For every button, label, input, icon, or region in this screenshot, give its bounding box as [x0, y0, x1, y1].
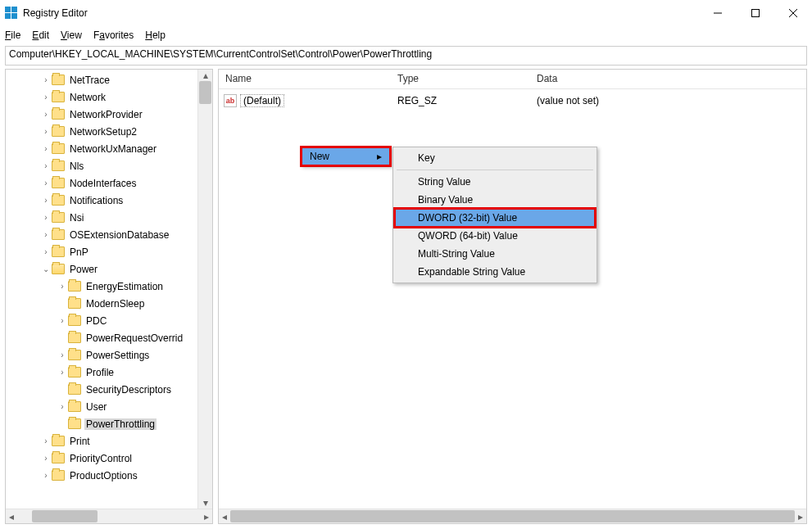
chevron-right-icon[interactable]: › [40, 127, 52, 136]
context-item[interactable]: Key [393, 149, 597, 167]
chevron-right-icon[interactable]: › [57, 282, 68, 291]
chevron-right-icon[interactable]: › [57, 368, 68, 377]
chevron-right-icon[interactable]: › [57, 402, 68, 411]
list-row[interactable]: ab (Default) REG_SZ (value not set) [219, 93, 806, 109]
tree-node[interactable]: ›ProductOptions [6, 467, 197, 484]
tree-node[interactable]: ›OSExtensionDatabase [6, 226, 197, 243]
scroll-up-icon[interactable]: ▴ [198, 70, 212, 81]
tree-node[interactable]: PowerRequestOverrid [6, 329, 197, 346]
values-list[interactable]: ab (Default) REG_SZ (value not set) New … [219, 89, 806, 509]
scroll-left-icon[interactable]: ◂ [6, 511, 17, 522]
chevron-right-icon[interactable]: › [40, 247, 52, 256]
chevron-right-icon[interactable]: › [40, 179, 52, 188]
scroll-right-icon[interactable]: ▸ [201, 511, 212, 522]
folder-icon [52, 109, 65, 120]
chevron-right-icon[interactable]: › [40, 110, 52, 119]
tree-node-label: EnergyEstimation [84, 281, 165, 292]
context-item[interactable]: String Value [393, 173, 597, 191]
menu-edit[interactable]: Edit [32, 29, 49, 41]
menu-file[interactable]: File [5, 29, 20, 41]
scroll-left-icon[interactable]: ◂ [219, 509, 230, 523]
folder-icon [52, 161, 65, 171]
tree-node[interactable]: ›NetworkProvider [6, 106, 197, 123]
tree-node[interactable]: ›NetTrace [6, 71, 197, 88]
tree-node[interactable]: ›PriorityControl [6, 450, 197, 467]
tree-node[interactable]: ›NetworkSetup2 [6, 123, 197, 140]
tree-node[interactable]: ›NetworkUxManager [6, 140, 197, 157]
context-menu-new[interactable]: New ▸ [302, 147, 390, 165]
menu-view[interactable]: View [61, 29, 82, 41]
tree-node[interactable]: PowerThrottling [6, 415, 197, 432]
tree-node-label: Print [68, 436, 92, 447]
tree-node[interactable]: ModernSleep [6, 295, 197, 312]
chevron-right-icon[interactable]: › [40, 144, 52, 153]
tree-node[interactable]: ⌄Power [6, 260, 197, 278]
chevron-right-icon[interactable]: › [40, 93, 52, 102]
chevron-right-icon[interactable]: › [40, 161, 52, 170]
context-item[interactable]: Expandable String Value [393, 263, 597, 281]
tree-node[interactable]: SecurityDescriptors [6, 381, 197, 398]
app-icon [5, 7, 18, 20]
chevron-right-icon[interactable]: › [40, 213, 52, 222]
svg-rect-1 [752, 10, 760, 17]
list-horizontal-scrollbar[interactable]: ◂ ▸ [219, 509, 806, 523]
scroll-down-icon[interactable]: ▾ [198, 497, 212, 509]
tree-node[interactable]: ›Nls [6, 157, 197, 174]
close-button[interactable] [774, 0, 812, 26]
folder-icon [68, 367, 81, 378]
chevron-right-icon[interactable]: › [40, 75, 52, 84]
context-item[interactable]: Binary Value [393, 191, 597, 209]
context-item[interactable]: QWORD (64-bit) Value [393, 227, 597, 245]
chevron-right-icon[interactable]: › [40, 230, 52, 239]
tree-node-label: PowerRequestOverrid [84, 332, 184, 344]
folder-icon [68, 384, 81, 395]
context-item[interactable]: Multi-String Value [393, 245, 597, 263]
minimize-button[interactable] [699, 0, 737, 26]
column-type[interactable]: Type [391, 70, 530, 88]
menu-favorites[interactable]: Favorites [93, 29, 134, 41]
tree-node[interactable]: ›Print [6, 432, 197, 450]
chevron-right-icon[interactable]: › [40, 196, 52, 205]
value-name[interactable]: (Default) [240, 94, 284, 107]
scroll-thumb[interactable] [199, 81, 211, 104]
tree-node[interactable]: ›Nsi [6, 209, 197, 226]
context-submenu[interactable]: KeyString ValueBinary ValueDWORD (32-bit… [392, 147, 597, 283]
folder-icon [52, 229, 65, 240]
menu-bar: File Edit View Favorites Help [0, 26, 812, 44]
folder-icon [68, 332, 81, 343]
tree-node[interactable]: ›User [6, 398, 197, 415]
maximize-button[interactable] [737, 0, 774, 26]
value-data: (value not set) [530, 95, 806, 106]
address-bar[interactable]: Computer\HKEY_LOCAL_MACHINE\SYSTEM\Curre… [5, 46, 807, 66]
tree-node[interactable]: ›PDC [6, 312, 197, 329]
chevron-right-icon[interactable]: › [40, 436, 52, 445]
context-menu[interactable]: New ▸ [301, 147, 391, 166]
tree-vertical-scrollbar[interactable]: ▴ ▾ [197, 70, 212, 509]
tree-node-label: NetTrace [68, 75, 111, 86]
chevron-right-icon[interactable]: › [40, 471, 52, 480]
column-name[interactable]: Name [219, 70, 391, 88]
folder-icon [52, 453, 65, 463]
column-data[interactable]: Data [530, 70, 806, 88]
folder-icon [52, 75, 65, 85]
tree-node[interactable]: ›EnergyEstimation [6, 278, 197, 295]
registry-tree[interactable]: ›NetTrace›Network›NetworkProvider›Networ… [6, 70, 197, 509]
scroll-right-icon[interactable]: ▸ [795, 509, 806, 523]
tree-node[interactable]: ›NodeInterfaces [6, 174, 197, 192]
chevron-down-icon[interactable]: ⌄ [40, 264, 52, 274]
scroll-thumb[interactable] [230, 510, 795, 522]
tree-node[interactable]: ›Profile [6, 364, 197, 381]
scroll-thumb[interactable] [32, 510, 98, 522]
tree-node[interactable]: ›PnP [6, 243, 197, 260]
chevron-right-icon[interactable]: › [57, 350, 68, 359]
tree-horizontal-scrollbar[interactable]: ◂ ▸ [6, 509, 212, 523]
tree-node-label: PDC [84, 315, 108, 327]
window-title: Registry Editor [23, 7, 88, 19]
tree-node[interactable]: ›Notifications [6, 192, 197, 209]
chevron-right-icon[interactable]: › [57, 316, 68, 325]
chevron-right-icon[interactable]: › [40, 454, 52, 463]
menu-help[interactable]: Help [145, 29, 166, 41]
context-item[interactable]: DWORD (32-bit) Value [395, 209, 595, 227]
tree-node[interactable]: ›PowerSettings [6, 346, 197, 364]
tree-node[interactable]: ›Network [6, 88, 197, 106]
